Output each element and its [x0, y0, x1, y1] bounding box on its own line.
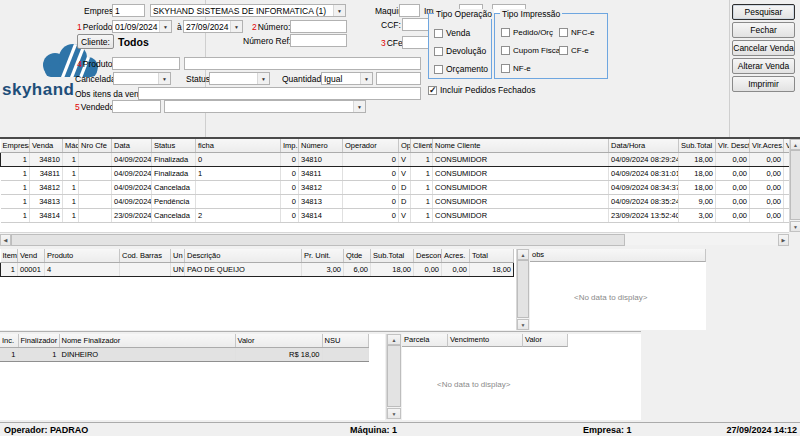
status-select[interactable]: ▼ — [209, 72, 270, 85]
checkbox-nfce[interactable]: NFC-e — [559, 28, 595, 37]
scrollbar-thumb[interactable] — [387, 345, 401, 407]
scrollbar-thumb[interactable] — [790, 150, 800, 220]
column-header[interactable]: Data/Hora — [609, 139, 679, 153]
column-header[interactable]: Pr. Unit. — [302, 249, 344, 263]
scrollbar-thumb[interactable] — [11, 234, 625, 246]
table-row[interactable]: 11DINHEIROR$ 18,00 — [0, 348, 368, 362]
pesquisar-button[interactable]: Pesquisar — [732, 4, 795, 20]
table-row[interactable]: 134810104/09/2024Finalizada00348100V1CON… — [1, 153, 790, 167]
column-header[interactable]: Finalizador — [18, 334, 59, 348]
column-header[interactable]: Operador — [343, 139, 399, 153]
scrollbar-thumb[interactable] — [517, 260, 529, 318]
scroll-right-icon[interactable]: ▶ — [778, 234, 789, 246]
cliente-button[interactable]: Cliente: — [77, 34, 114, 49]
vendedor-select[interactable]: ▼ — [164, 100, 366, 113]
quantidade-input[interactable] — [376, 72, 421, 85]
table-row[interactable]: 134812104/09/2024Cancelada0348120D1CONSU… — [1, 181, 790, 195]
ccf-input[interactable] — [402, 18, 431, 31]
column-header[interactable]: Acres. — [442, 249, 470, 263]
obs-itens-input[interactable] — [138, 87, 421, 100]
empresa-select[interactable]: SKYHAND SISTEMAS DE INFORMATICA (1) ▼ — [150, 4, 346, 17]
scroll-down-icon[interactable]: ▼ — [387, 408, 401, 419]
canceladas-select[interactable]: ▼ — [113, 72, 171, 85]
column-header[interactable]: Empresa — [1, 139, 30, 153]
column-header[interactable]: Status — [152, 139, 196, 153]
imprimir-button[interactable]: Imprimir — [732, 76, 795, 92]
obs-column-header[interactable]: obs — [530, 249, 706, 262]
column-header[interactable]: Op — [399, 139, 411, 153]
table-row[interactable]: 134811104/09/2024Finalizada10348110V1CON… — [1, 167, 790, 181]
parcela-column-header[interactable]: Parcela — [402, 334, 448, 347]
column-header[interactable]: Nome Cliente — [433, 139, 609, 153]
column-header[interactable]: Imp. — [281, 139, 299, 153]
cell: CONSUMIDOR — [433, 167, 609, 181]
items-vertical-scrollbar[interactable]: ▲ ▼ — [516, 249, 528, 330]
date-to-select[interactable]: 27/09/2024 ▼ — [183, 20, 243, 33]
column-header[interactable]: Vlr. Descto — [716, 139, 750, 153]
alterar-venda-button[interactable]: Alterar Venda — [732, 58, 795, 74]
sales-horizontal-scrollbar[interactable]: ◀ ▶ — [0, 232, 789, 245]
valor-column-header[interactable]: Valor — [523, 334, 568, 347]
scroll-left-icon[interactable]: ◀ — [0, 234, 11, 246]
column-header[interactable]: ficha — [196, 139, 281, 153]
column-header[interactable]: Cliente — [411, 139, 433, 153]
checkbox-cupom-fiscal[interactable]: Cupom Fiscal — [501, 46, 562, 55]
column-header[interactable]: Produto — [45, 249, 120, 263]
produto-desc-input[interactable] — [184, 57, 421, 70]
cfe-input[interactable] — [402, 36, 431, 49]
produto-code-input[interactable] — [112, 57, 180, 70]
table-row[interactable]: 134814123/09/2024Cancelada20348140V1CONS… — [1, 209, 790, 223]
numero-input[interactable] — [290, 20, 347, 33]
date-from-select[interactable]: 01/09/2024 ▼ — [112, 20, 172, 33]
fechar-button[interactable]: Fechar — [732, 22, 795, 38]
checkbox-cfe[interactable]: CF-e — [559, 46, 589, 55]
column-header[interactable]: Descrição — [185, 249, 302, 263]
checkbox-devolucao[interactable]: Devolução — [434, 46, 486, 56]
column-header[interactable]: Número — [299, 139, 343, 153]
status-empresa: Empresa: 1 — [583, 425, 632, 435]
table-row[interactable]: 1000014UNPAO DE QUEIJO3,006,0018,000,000… — [1, 263, 514, 277]
checkbox-incluir-pedidos-fechados[interactable]: Incluir Pedidos Fechados — [428, 85, 535, 95]
scroll-up-icon[interactable]: ▲ — [790, 139, 800, 150]
column-header[interactable]: Data — [112, 139, 152, 153]
vendedor-marker: 5 — [75, 102, 80, 112]
column-header[interactable]: NSU — [322, 334, 368, 348]
checkbox-orcamento[interactable]: Orçamento — [434, 64, 488, 74]
cell: 1 — [1, 209, 30, 223]
checkbox-nfe[interactable]: NF-e — [501, 64, 531, 73]
numero-ref-input[interactable] — [290, 34, 347, 47]
column-header[interactable]: Sub.Total — [679, 139, 716, 153]
scroll-up-icon[interactable]: ▲ — [517, 249, 529, 260]
maquina-input[interactable] — [399, 4, 420, 17]
cell: 0 — [281, 181, 299, 195]
column-header[interactable]: Cod. Barras — [120, 249, 171, 263]
column-header[interactable]: Valor — [235, 334, 322, 348]
scroll-down-icon[interactable]: ▼ — [790, 221, 800, 232]
cancelar-venda-button[interactable]: Cancelar Venda — [732, 40, 795, 56]
column-header[interactable]: Qtde — [344, 249, 371, 263]
scroll-down-icon[interactable]: ▼ — [517, 319, 529, 330]
column-header[interactable]: Descont — [414, 249, 442, 263]
cell: 1 — [18, 348, 59, 362]
quantidade-select[interactable]: Igual ▼ — [321, 72, 373, 85]
column-header[interactable]: Total — [470, 249, 514, 263]
column-header[interactable]: Sub.Total — [371, 249, 414, 263]
column-header[interactable]: Un — [171, 249, 185, 263]
column-header[interactable]: Nro Cfe — [79, 139, 112, 153]
sales-vertical-scrollbar[interactable]: ▲ ▼ — [789, 139, 800, 232]
column-header[interactable]: Vend — [18, 249, 45, 263]
column-header[interactable]: Nome Finalizador — [59, 334, 235, 348]
column-header[interactable]: Item — [1, 249, 18, 263]
scroll-up-icon[interactable]: ▲ — [387, 334, 401, 345]
column-header[interactable]: Inc. — [0, 334, 18, 348]
vencimento-column-header[interactable]: Vencimento — [448, 334, 523, 347]
vendedor-code-input[interactable] — [112, 100, 161, 113]
checkbox-venda[interactable]: Venda — [434, 28, 470, 38]
column-header[interactable]: Venda — [30, 139, 63, 153]
checkbox-pedido-orc[interactable]: Pedido/Orç — [501, 28, 553, 37]
empresa-code-input[interactable] — [112, 4, 145, 17]
column-header[interactable]: Vlr.Acres. — [750, 139, 784, 153]
table-row[interactable]: 134813104/09/2024Pendência0348130D1CONSU… — [1, 195, 790, 209]
column-header[interactable]: Máq. — [63, 139, 79, 153]
payments-vertical-scrollbar[interactable]: ▲ ▼ — [386, 334, 400, 419]
